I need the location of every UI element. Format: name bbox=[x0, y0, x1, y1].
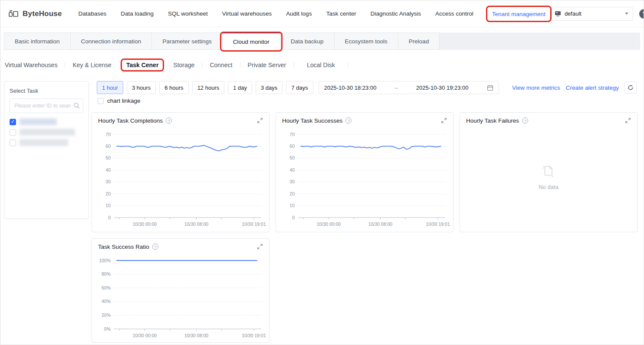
chart-area: 01020304050607010/30 00:0010/30 08:0010/… bbox=[92, 128, 269, 231]
range-button-3-days[interactable]: 3 days bbox=[256, 81, 283, 94]
tab-connection-information[interactable]: Connection information bbox=[71, 33, 152, 50]
bytehouse-app: ByteHouse Databases Data loading SQL wor… bbox=[0, 0, 644, 345]
expand-icon[interactable] bbox=[441, 117, 447, 124]
task-list-item[interactable] bbox=[10, 139, 83, 146]
chart-area: 01020304050607010/30 00:0010/30 08:0010/… bbox=[276, 128, 453, 231]
task-list-item[interactable] bbox=[10, 118, 83, 125]
task-label-redacted bbox=[20, 129, 75, 136]
time-range-toolbar: 1 hour 3 hours 6 hours 12 hours 1 day 3 … bbox=[97, 81, 637, 94]
range-button-6-hours[interactable]: 6 hours bbox=[159, 81, 188, 94]
nav-item-audit-logs[interactable]: Audit logs bbox=[286, 10, 312, 17]
tab-preload[interactable]: Preload bbox=[398, 33, 440, 50]
range-button-1-day[interactable]: 1 day bbox=[228, 81, 252, 94]
workspace-icon bbox=[555, 11, 561, 16]
chart-linkage-toggle[interactable]: chart linkage bbox=[98, 98, 141, 104]
svg-text:10/30 00:00: 10/30 00:00 bbox=[133, 221, 157, 227]
tab-parameter-settings[interactable]: Parameter settings bbox=[152, 33, 222, 50]
help-icon[interactable]: ? bbox=[345, 117, 352, 124]
task-list-item[interactable] bbox=[10, 129, 83, 136]
expand-icon[interactable] bbox=[625, 117, 631, 124]
help-icon[interactable]: ? bbox=[639, 9, 644, 19]
subnav-storage[interactable]: Storage bbox=[166, 62, 202, 68]
range-button-1-hour[interactable]: 1 hour bbox=[97, 81, 123, 94]
svg-text:10/30 19:01: 10/30 19:01 bbox=[242, 333, 266, 338]
chart-title: Hourly Task Failures bbox=[466, 117, 519, 124]
expand-icon[interactable] bbox=[257, 244, 263, 250]
bytehouse-logo[interactable]: ByteHouse bbox=[8, 9, 62, 19]
date-range-picker[interactable]: 2025-10-30 18:23:00 – 2025-10-30 19:23:0… bbox=[319, 81, 499, 94]
svg-text:20%: 20% bbox=[102, 312, 111, 318]
task-label-redacted bbox=[20, 118, 57, 125]
svg-text:10/30 00:00: 10/30 00:00 bbox=[317, 221, 341, 227]
svg-text:10/30 08:00: 10/30 08:00 bbox=[184, 221, 209, 227]
svg-text:10: 10 bbox=[289, 203, 295, 208]
nav-item-databases[interactable]: Databases bbox=[79, 10, 107, 17]
svg-text:60: 60 bbox=[289, 143, 295, 149]
select-task-title: Select Task bbox=[10, 88, 83, 94]
toolbar-links: View more metrics Create alert strategy bbox=[512, 81, 637, 94]
monitor-subnav: Virtual Warehouses Key & License Task Ce… bbox=[5, 58, 348, 72]
nav-item-tenant-management-wrap: Tenant management bbox=[488, 7, 550, 21]
tab-cloud-monitor[interactable]: Cloud monitor bbox=[223, 33, 280, 50]
no-data-label: No data bbox=[539, 184, 559, 190]
search-icon bbox=[73, 102, 80, 109]
line-chart[interactable]: 01020304050607010/30 00:0010/30 08:0010/… bbox=[279, 128, 450, 229]
svg-text:70: 70 bbox=[289, 132, 295, 137]
nav-item-diagnostic-analysis[interactable]: Diagnostic Analysis bbox=[371, 10, 421, 17]
help-icon[interactable]: ? bbox=[166, 117, 172, 124]
tab-ecosystem-tools[interactable]: Ecosystem tools bbox=[335, 33, 398, 50]
svg-text:10: 10 bbox=[105, 203, 111, 208]
svg-text:10/30 08:00: 10/30 08:00 bbox=[184, 333, 209, 338]
svg-text:30: 30 bbox=[289, 179, 295, 184]
nav-item-sql-worksheet[interactable]: SQL worksheet bbox=[168, 10, 208, 17]
nav-item-task-center[interactable]: Task center bbox=[326, 10, 356, 17]
subnav-key-license[interactable]: Key & License bbox=[65, 62, 119, 68]
chart-card-task-success-ratio: Task Success Ratio ? 0%20%40%60%80%100%1… bbox=[92, 238, 269, 343]
task-checkbox[interactable] bbox=[10, 119, 16, 125]
svg-text:20: 20 bbox=[289, 191, 295, 196]
help-icon[interactable]: ? bbox=[152, 244, 158, 250]
task-checkbox[interactable] bbox=[10, 129, 16, 136]
line-chart[interactable]: 0%20%40%60%80%100%10/30 00:0010/30 08:00… bbox=[95, 254, 266, 340]
refresh-button[interactable] bbox=[624, 81, 637, 94]
tab-data-backup[interactable]: Data backup bbox=[280, 33, 335, 50]
date-range-start: 2025-10-30 18:23:00 bbox=[324, 85, 377, 91]
svg-text:50: 50 bbox=[289, 155, 295, 160]
subnav-task-center[interactable]: Task Cener bbox=[119, 62, 166, 68]
subnav-connect[interactable]: Connect bbox=[202, 62, 240, 68]
no-data-icon bbox=[540, 162, 557, 179]
svg-text:100%: 100% bbox=[99, 258, 111, 263]
subnav-local-disk[interactable]: Local Disk bbox=[294, 62, 348, 68]
chevron-down-icon bbox=[625, 13, 628, 15]
expand-icon[interactable] bbox=[257, 117, 263, 124]
svg-text:0: 0 bbox=[292, 215, 295, 220]
range-button-3-hours[interactable]: 3 hours bbox=[127, 81, 156, 94]
date-range-end: 2025-10-30 19:23:00 bbox=[416, 85, 469, 91]
subnav-task-center-label: Task Cener bbox=[126, 62, 158, 68]
help-icon[interactable]: ? bbox=[522, 117, 528, 124]
range-button-12-hours[interactable]: 12 hours bbox=[192, 81, 225, 94]
refresh-icon bbox=[628, 85, 634, 91]
svg-text:60%: 60% bbox=[102, 285, 111, 290]
chart-card-header: Hourly Task Completions ? bbox=[92, 113, 269, 128]
svg-text:10/30 08:00: 10/30 08:00 bbox=[368, 221, 393, 227]
create-alert-strategy-link[interactable]: Create alert strategy bbox=[566, 85, 619, 91]
brand-name: ByteHouse bbox=[23, 10, 62, 18]
view-more-metrics-link[interactable]: View more metrics bbox=[512, 85, 560, 91]
nav-item-access-control[interactable]: Access control bbox=[435, 10, 473, 17]
range-button-7-days[interactable]: 7 days bbox=[286, 81, 313, 94]
nav-item-tenant-management[interactable]: Tenant management bbox=[492, 11, 545, 17]
task-search-input[interactable] bbox=[10, 98, 83, 113]
tab-basic-information[interactable]: Basic information bbox=[4, 33, 71, 50]
empty-state: No data bbox=[460, 128, 637, 224]
nav-item-data-loading[interactable]: Data loading bbox=[121, 10, 154, 17]
chart-card-hourly-task-successes: Hourly Task Successes ? 0102030405060701… bbox=[276, 112, 453, 232]
nav-item-virtual-warehouses[interactable]: Virtual warehouses bbox=[222, 10, 272, 17]
workspace-selector[interactable]: default bbox=[550, 7, 633, 21]
line-chart[interactable]: 01020304050607010/30 00:0010/30 08:0010/… bbox=[95, 128, 266, 229]
subnav-virtual-warehouses[interactable]: Virtual Warehouses bbox=[5, 62, 65, 68]
task-checkbox[interactable] bbox=[10, 140, 16, 146]
subnav-private-server[interactable]: Private Server bbox=[240, 62, 294, 68]
chart-linkage-checkbox[interactable] bbox=[98, 98, 104, 104]
svg-text:80%: 80% bbox=[102, 271, 111, 277]
